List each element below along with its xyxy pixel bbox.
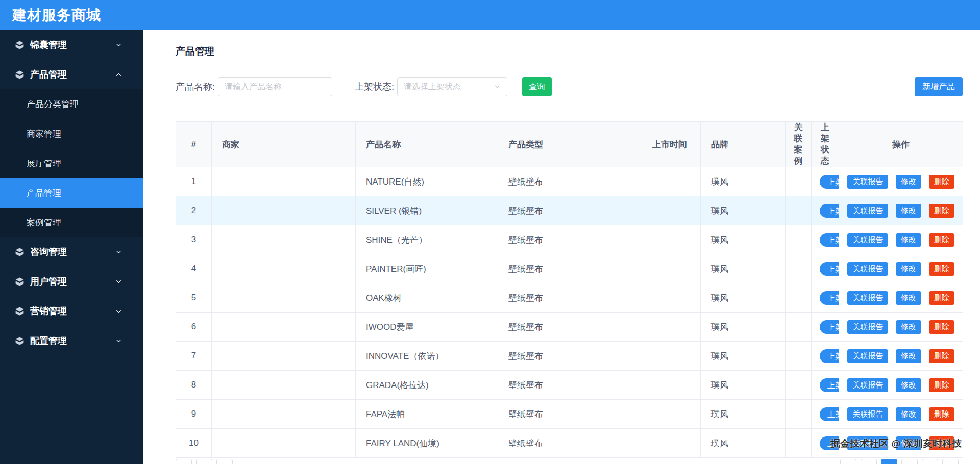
edit-button[interactable]: 修改 (896, 378, 921, 392)
main-content: 产品管理 产品名称: 上架状态: 请选择上架状态 查询 新增产品 # 商家 产品… (143, 30, 980, 464)
shelf-status-pill[interactable]: 上架 (820, 204, 839, 218)
cell-product-type: 壁纸壁布 (498, 342, 642, 371)
pagination-item-active[interactable] (881, 459, 897, 464)
status-clip: 上架 (812, 225, 839, 254)
table-row: 3 SHINE（光芒） 壁纸壁布 璞风 上架 关联报告 修改 删除 (176, 225, 963, 254)
edit-button[interactable]: 修改 (896, 407, 921, 421)
cell-actions: 关联报告 修改 删除 (839, 342, 963, 371)
status-select[interactable]: 请选择上架状态 (397, 77, 507, 96)
related-report-button[interactable]: 关联报告 (847, 320, 888, 334)
sidebar-item-case-mgmt[interactable]: 案例管理 (0, 208, 143, 237)
pagination-item[interactable] (861, 459, 877, 464)
pagination-item[interactable] (901, 459, 918, 464)
edit-button[interactable]: 修改 (896, 291, 921, 305)
delete-button[interactable]: 删除 (929, 233, 954, 247)
related-report-button[interactable]: 关联报告 (847, 407, 888, 421)
pagination-item[interactable] (922, 459, 938, 464)
shelf-status-pill[interactable]: 上架 (820, 349, 839, 363)
chevron-down-icon (115, 337, 122, 345)
shelf-status-pill[interactable]: 上架 (820, 407, 839, 421)
cell-launch-time (642, 283, 701, 313)
table-header-row: # 商家 产品名称 产品类型 上市时间 品牌 关联案例 上架状态 操作 (176, 122, 963, 167)
edit-button[interactable]: 修改 (896, 204, 921, 218)
sidebar-item-merchant-mgmt[interactable]: 商家管理 (0, 119, 143, 148)
related-report-button[interactable]: 关联报告 (847, 378, 888, 392)
cell-brand: 璞风 (701, 371, 786, 400)
cell-actions: 关联报告 修改 删除 (839, 167, 963, 196)
sidebar-item-product-mgmt[interactable]: 产品管理 (0, 60, 143, 89)
delete-button[interactable]: 删除 (929, 175, 954, 189)
edit-button[interactable]: 修改 (896, 233, 921, 247)
edit-button[interactable]: 修改 (896, 320, 921, 334)
app-title: 建材服务商城 (12, 6, 101, 25)
cell-actions: 关联报告 修改 删除 (839, 400, 963, 429)
sidebar-item-product-mgmt-active[interactable]: 产品管理 (0, 178, 143, 208)
pagination-item[interactable] (942, 459, 959, 464)
product-name-label: 产品名称: (176, 81, 215, 93)
delete-button[interactable]: 删除 (929, 407, 954, 421)
related-report-button[interactable]: 关联报告 (847, 349, 888, 363)
sidebar-item-marketing-mgmt[interactable]: 营销管理 (0, 296, 143, 326)
delete-button[interactable]: 删除 (929, 262, 954, 276)
sidebar-item-jinnang[interactable]: 锦囊管理 (0, 30, 143, 60)
cell-index: 5 (176, 283, 212, 313)
related-report-button[interactable]: 关联报告 (847, 175, 888, 189)
sidebar-item-showroom-mgmt[interactable]: 展厅管理 (0, 148, 143, 178)
sidebar-subitem-label: 展厅管理 (27, 158, 61, 169)
sidebar-item-user-mgmt[interactable]: 用户管理 (0, 267, 143, 296)
product-name-input[interactable] (218, 77, 332, 96)
pagination-item[interactable] (216, 459, 233, 464)
cell-related-case (786, 429, 812, 458)
shelf-status-pill[interactable]: 上架 (820, 291, 839, 305)
delete-button[interactable]: 删除 (929, 378, 954, 392)
cell-index: 8 (176, 371, 212, 400)
add-product-button[interactable]: 新增产品 (915, 77, 963, 96)
delete-button[interactable]: 删除 (929, 349, 954, 363)
related-report-button[interactable]: 关联报告 (847, 204, 888, 218)
shelf-status-pill[interactable]: 上架 (820, 320, 839, 334)
chevron-down-icon (115, 248, 122, 256)
watermark: 掘金技术社区 @ 深圳亥时科技 (830, 437, 962, 450)
cell-brand: 璞风 (701, 313, 786, 342)
shelf-status-pill[interactable]: 上架 (820, 378, 839, 392)
related-report-button[interactable]: 关联报告 (847, 262, 888, 276)
pagination-item[interactable] (840, 459, 856, 464)
cell-related-case (786, 225, 812, 254)
sidebar-item-label: 咨询管理 (30, 246, 67, 258)
cell-shelf-status: 上架 (812, 371, 839, 400)
status-clip: 上架 (812, 371, 839, 399)
pagination-item[interactable] (196, 459, 212, 464)
related-report-button[interactable]: 关联报告 (847, 291, 888, 305)
cell-merchant (212, 429, 356, 458)
cell-related-case (786, 167, 812, 196)
shelf-status-pill[interactable]: 上架 (820, 262, 839, 276)
shelf-status-pill[interactable]: 上架 (820, 175, 839, 189)
sidebar-item-consult-mgmt[interactable]: 咨询管理 (0, 237, 143, 267)
cell-actions: 关联报告 修改 删除 (839, 254, 963, 283)
edit-button[interactable]: 修改 (896, 349, 921, 363)
search-button[interactable]: 查询 (522, 77, 552, 96)
filter-bar: 产品名称: 上架状态: 请选择上架状态 查询 新增产品 (176, 77, 963, 96)
edit-button[interactable]: 修改 (896, 262, 921, 276)
cell-launch-time (642, 167, 701, 196)
related-report-button[interactable]: 关联报告 (847, 233, 888, 247)
table-row: 7 INNOVATE（依诺） 壁纸壁布 璞风 上架 关联报告 修改 删除 (176, 342, 963, 371)
chevron-down-icon (494, 83, 501, 90)
table-row: 4 PAINTER(画匠) 壁纸壁布 璞风 上架 关联报告 修改 删除 (176, 254, 963, 283)
shelf-status-pill[interactable]: 上架 (820, 233, 839, 247)
status-clip: 上架 (812, 283, 839, 312)
table-row: 2 SILVER (银错) 壁纸壁布 璞风 上架 关联报告 修改 删除 (176, 196, 963, 225)
sidebar-item-product-category[interactable]: 产品分类管理 (0, 89, 143, 119)
cell-related-case (786, 283, 812, 313)
delete-button[interactable]: 删除 (929, 320, 954, 334)
sidebar-item-config-mgmt[interactable]: 配置管理 (0, 326, 143, 355)
cell-product-name: SHINE（光芒） (356, 225, 498, 254)
cell-index: 2 (176, 196, 212, 225)
delete-button[interactable]: 删除 (929, 204, 954, 218)
edit-button[interactable]: 修改 (896, 175, 921, 189)
cell-product-type: 壁纸壁布 (498, 400, 642, 429)
pagination (176, 459, 963, 464)
pagination-item[interactable] (176, 459, 192, 464)
delete-button[interactable]: 删除 (929, 291, 954, 305)
sidebar-subitem-label: 案例管理 (27, 217, 61, 228)
